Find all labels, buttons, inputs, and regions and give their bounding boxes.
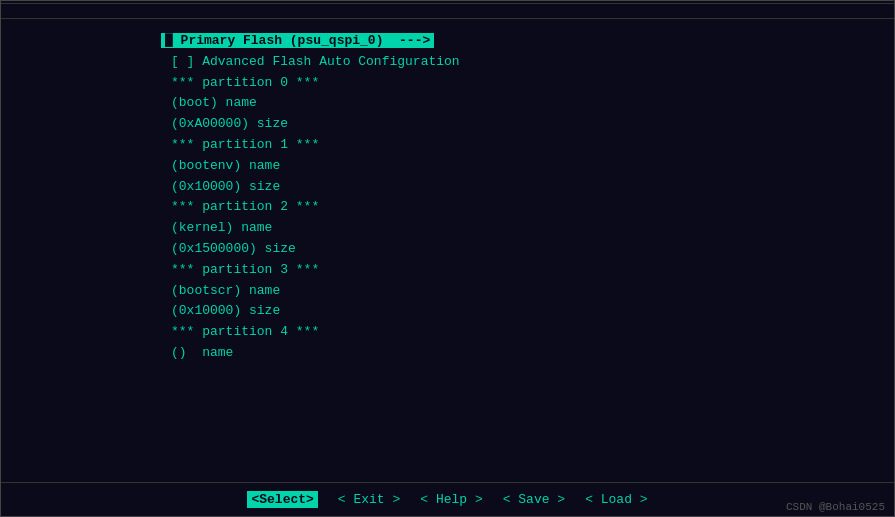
bottom-button[interactable]: < Load > — [585, 492, 647, 507]
menu-item[interactable]: *** partition 3 *** — [1, 260, 894, 281]
menu-item[interactable]: (0xA00000) size — [1, 114, 894, 135]
menu-item[interactable]: (0x10000) size — [1, 301, 894, 322]
menu-item[interactable]: *** partition 2 *** — [1, 197, 894, 218]
menu-item[interactable]: (0x10000) size — [1, 177, 894, 198]
menu-item[interactable]: (kernel) name — [1, 218, 894, 239]
menu-item[interactable]: () name — [1, 343, 894, 364]
menu-item[interactable]: (boot) name — [1, 93, 894, 114]
menu-item[interactable]: *** partition 4 *** — [1, 322, 894, 343]
menu-item[interactable]: *** partition 1 *** — [1, 135, 894, 156]
menu-item[interactable]: (bootenv) name — [1, 156, 894, 177]
bottom-button[interactable]: < Exit > — [338, 492, 400, 507]
menu-item[interactable]: [ ] Advanced Flash Auto Configuration — [1, 52, 894, 73]
menu-area: █ Primary Flash (psu_qspi_0) --->[ ] Adv… — [1, 27, 894, 368]
menu-item[interactable]: *** partition 0 *** — [1, 73, 894, 94]
screen: █ Primary Flash (psu_qspi_0) --->[ ] Adv… — [0, 0, 895, 517]
menu-item[interactable]: (bootscr) name — [1, 281, 894, 302]
bottom-button[interactable]: <Select> — [247, 491, 317, 508]
bottom-button[interactable]: < Help > — [420, 492, 482, 507]
main-content: █ Primary Flash (psu_qspi_0) --->[ ] Adv… — [1, 19, 894, 482]
menu-item[interactable]: █ Primary Flash (psu_qspi_0) ---> — [1, 31, 894, 52]
bottom-bar: <Select>< Exit >< Help >< Save >< Load > — [1, 482, 894, 516]
menu-item[interactable]: (0x1500000) size — [1, 239, 894, 260]
bottom-button[interactable]: < Save > — [503, 492, 565, 507]
watermark: CSDN @Bohai0525 — [786, 501, 885, 513]
help-text — [1, 10, 894, 19]
